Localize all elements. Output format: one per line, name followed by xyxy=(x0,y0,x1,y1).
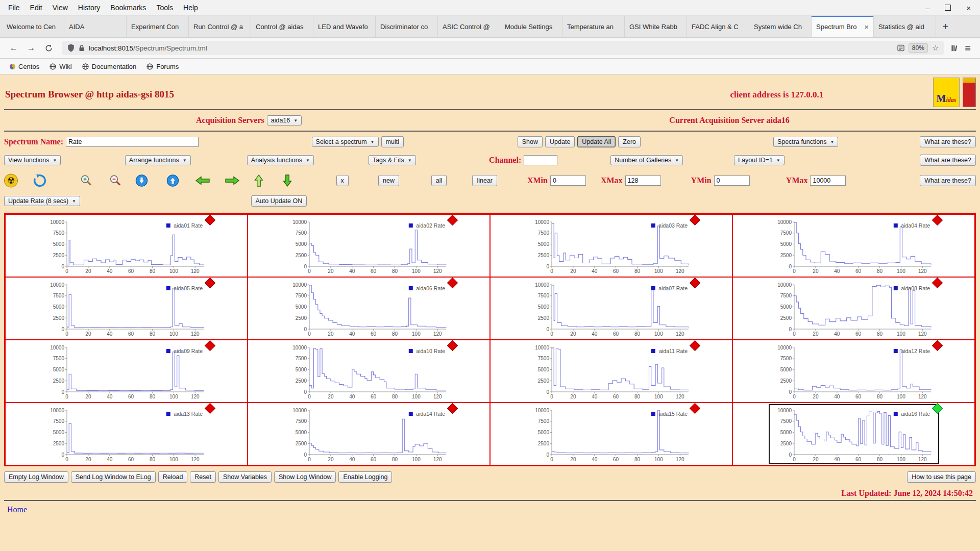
x-button[interactable]: x xyxy=(336,175,349,186)
menu-help[interactable]: Help xyxy=(178,0,203,15)
zero-button[interactable]: Zero xyxy=(618,136,641,147)
what-are-these-button-3[interactable]: What are these? xyxy=(920,175,976,186)
tab-control-aidas[interactable]: Control @ aidas xyxy=(251,16,313,37)
spectrum-chart-aida10-rate[interactable]: 025005000750010000020406080100120aida10 … xyxy=(285,342,453,400)
new-tab-button[interactable]: + xyxy=(936,16,954,37)
auto-update-button[interactable]: Auto Update ON xyxy=(251,195,307,207)
menu-edit[interactable]: Edit xyxy=(25,0,47,15)
spectrum-chart-aida16-rate[interactable]: 025005000750010000020406080100120aida16 … xyxy=(770,405,938,463)
bookmark-forums[interactable]: Forums xyxy=(142,62,183,71)
menu-bookmarks[interactable]: Bookmarks xyxy=(105,0,151,15)
spectrum-chart-aida09-rate[interactable]: 025005000750010000020406080100120aida09 … xyxy=(42,342,211,400)
how-to-use-button[interactable]: How to use this page xyxy=(907,471,976,483)
tab-discriminator-co[interactable]: Discriminator co xyxy=(376,16,438,37)
spectrum-chart-aida11-rate[interactable]: 025005000750010000020406080100120aida11 … xyxy=(527,342,696,400)
spectrum-name-input[interactable] xyxy=(66,137,199,147)
home-link[interactable]: Home xyxy=(7,505,27,514)
address-bar[interactable]: localhost:8015/Spectrum/Spectrum.tml 80%… xyxy=(62,41,944,55)
log-button-reset[interactable]: Reset xyxy=(190,471,216,483)
menu-file[interactable]: File xyxy=(3,0,25,15)
tab-welcome-to-cen[interactable]: Welcome to Cen xyxy=(2,16,64,37)
ymax-input[interactable] xyxy=(810,176,846,186)
all-button[interactable]: all xyxy=(431,175,447,186)
log-button-reload[interactable]: Reload xyxy=(158,471,188,483)
what-are-these-button-1[interactable]: What are these? xyxy=(920,136,976,147)
xmin-input[interactable] xyxy=(550,176,586,186)
spectra-functions-dropdown[interactable]: Spectra functions▼ xyxy=(773,137,839,147)
radiation-icon[interactable]: ☢ xyxy=(4,174,18,188)
tab-system-wide-ch[interactable]: System wide Ch xyxy=(749,16,812,37)
spectrum-chart-aida04-rate[interactable]: 025005000750010000020406080100120aida04 … xyxy=(770,217,938,275)
spectrum-chart-aida12-rate[interactable]: 025005000750010000020406080100120aida12 … xyxy=(770,342,938,400)
acquisition-server-select[interactable]: aida16▼ xyxy=(267,115,302,126)
arrow-down-icon[interactable] xyxy=(282,174,292,187)
update-button[interactable]: Update xyxy=(545,136,575,147)
library-icon[interactable] xyxy=(951,44,959,52)
spectrum-chart-aida14-rate[interactable]: 025005000750010000020406080100120aida14 … xyxy=(285,405,453,463)
tab-aida[interactable]: AIDA xyxy=(64,16,127,37)
bookmark-star-icon[interactable]: ☆ xyxy=(932,43,939,53)
lock-icon[interactable] xyxy=(79,44,85,52)
log-button-show-log-window[interactable]: Show Log Window xyxy=(274,471,336,483)
new-button[interactable]: new xyxy=(378,175,399,186)
update-all-button[interactable]: Update All xyxy=(577,136,616,147)
xmax-input[interactable] xyxy=(625,176,661,186)
reader-mode-icon[interactable] xyxy=(897,44,904,52)
spectrum-chart-aida13-rate[interactable]: 025005000750010000020406080100120aida13 … xyxy=(42,405,211,463)
log-button-empty-log-window[interactable]: Empty Log Window xyxy=(4,471,68,483)
tab-run-control-a[interactable]: Run Control @ a xyxy=(189,16,251,37)
tab-statistics-aid[interactable]: Statistics @ aid xyxy=(874,16,936,37)
tags-fits-dropdown[interactable]: Tags & Fits▼ xyxy=(369,155,416,165)
multi-button[interactable]: multi xyxy=(381,136,404,147)
log-button-show-variables[interactable]: Show Variables xyxy=(218,471,272,483)
spectrum-chart-aida05-rate[interactable]: 025005000750010000020406080100120aida05 … xyxy=(42,280,211,338)
menu-view[interactable]: View xyxy=(47,0,73,15)
tab-gsi-white-rabb[interactable]: GSI White Rabb xyxy=(625,16,687,37)
log-button-send-log-window-to-elog[interactable]: Send Log Window to ELog xyxy=(71,471,156,483)
layout-id-dropdown[interactable]: Layout ID=1▼ xyxy=(734,155,785,165)
number-of-galleries-dropdown[interactable]: Number of Galleries▼ xyxy=(610,155,683,165)
tab-asic-control[interactable]: ASIC Control @ xyxy=(438,16,500,37)
zoom-level-badge[interactable]: 80% xyxy=(909,43,928,53)
zoom-in-icon[interactable] xyxy=(80,174,93,187)
log-button-enable-logging[interactable]: Enable Logging xyxy=(338,471,392,483)
menu-hamburger-icon[interactable]: ≡ xyxy=(963,42,973,54)
close-button[interactable]: × xyxy=(966,4,971,12)
spectrum-chart-aida02-rate[interactable]: 025005000750010000020406080100120aida02 … xyxy=(285,217,453,275)
tab-experiment-con[interactable]: Experiment Con xyxy=(127,16,189,37)
move-down-circle-icon[interactable] xyxy=(135,174,148,187)
arrange-functions-dropdown[interactable]: Arrange functions▼ xyxy=(125,155,191,165)
spectrum-chart-aida15-rate[interactable]: 025005000750010000020406080100120aida15 … xyxy=(527,405,696,463)
bookmark-documentation[interactable]: Documentation xyxy=(78,62,141,71)
spectrum-chart-aida01-rate[interactable]: 025005000750010000020406080100120aida01 … xyxy=(42,217,211,275)
tab-module-settings[interactable]: Module Settings xyxy=(500,16,562,37)
bookmark-centos[interactable]: Centos xyxy=(5,62,44,71)
zoom-out-icon[interactable] xyxy=(109,174,122,187)
spectrum-chart-aida08-rate[interactable]: 025005000750010000020406080100120aida08 … xyxy=(770,280,938,338)
show-button[interactable]: Show xyxy=(518,136,543,147)
arrow-up-icon[interactable] xyxy=(254,174,264,187)
move-up-circle-icon[interactable] xyxy=(166,174,179,187)
tab-led-and-wavefo[interactable]: LED and Wavefo xyxy=(313,16,376,37)
maximize-button[interactable] xyxy=(945,4,951,12)
what-are-these-button-2[interactable]: What are these? xyxy=(920,155,976,166)
back-button[interactable]: ← xyxy=(7,43,20,53)
spectrum-chart-aida07-rate[interactable]: 025005000750010000020406080100120aida07 … xyxy=(527,280,696,338)
menu-tools[interactable]: Tools xyxy=(151,0,178,15)
refresh-swirl-icon[interactable] xyxy=(33,174,46,187)
reload-button[interactable] xyxy=(42,44,55,52)
arrow-right-icon[interactable] xyxy=(225,176,240,186)
minimize-button[interactable]: – xyxy=(925,4,929,12)
channel-input[interactable] xyxy=(524,155,557,165)
select-spectrum-dropdown[interactable]: Select a spectrum▼ xyxy=(312,137,379,147)
ymin-input[interactable] xyxy=(714,176,750,186)
view-functions-dropdown[interactable]: View functions▼ xyxy=(4,155,61,165)
analysis-functions-dropdown[interactable]: Analysis functions▼ xyxy=(247,155,314,165)
tab-spectrum-bro[interactable]: Spectrum Bro× xyxy=(812,16,874,37)
shield-icon[interactable] xyxy=(67,44,75,52)
update-rate-dropdown[interactable]: Update Rate (8 secs)▼ xyxy=(4,196,80,206)
tab-temperature-an[interactable]: Temperature an xyxy=(562,16,625,37)
url-text[interactable]: localhost:8015/Spectrum/Spectrum.tml xyxy=(89,44,893,52)
bookmark-wiki[interactable]: Wiki xyxy=(45,62,77,71)
linear-button[interactable]: linear xyxy=(472,175,497,186)
